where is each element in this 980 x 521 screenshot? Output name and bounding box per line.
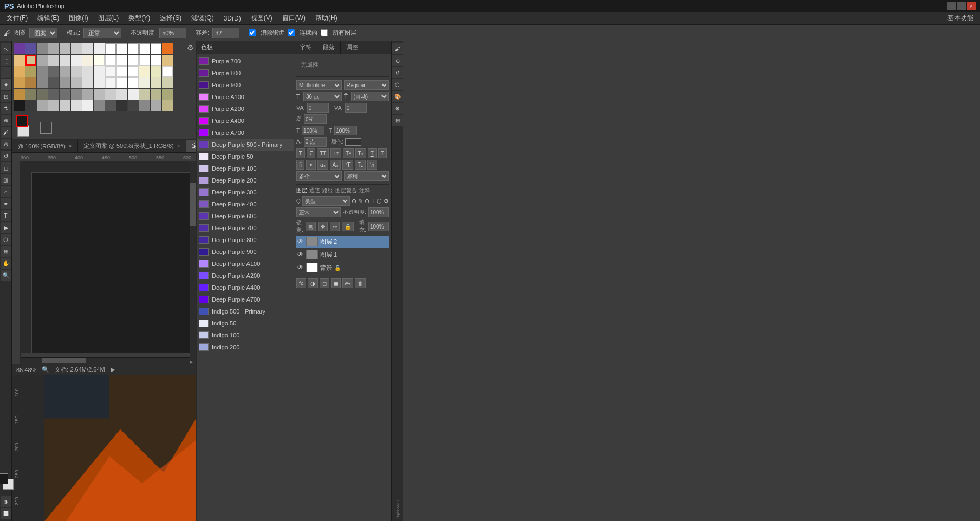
swatch-78[interactable]: [105, 100, 116, 111]
fi-btn-3[interactable]: aₐ: [317, 160, 328, 170]
lock-pixels-btn[interactable]: ▨: [306, 222, 316, 231]
swatch-58[interactable]: [37, 89, 48, 100]
filter-gear-icon[interactable]: ⚙: [384, 198, 389, 205]
filter-hex-icon[interactable]: ⬡: [377, 198, 382, 205]
swatch-70[interactable]: [14, 100, 25, 111]
tool-move[interactable]: ↖: [1, 43, 11, 54]
swatch-55[interactable]: [162, 77, 173, 88]
layer-vis-icon-2[interactable]: 👁: [297, 238, 304, 245]
swatch-65[interactable]: [116, 89, 127, 100]
canvas-hscrollbar[interactable]: [21, 357, 190, 364]
fi-btn-5[interactable]: ¹T: [342, 160, 353, 170]
fill-input[interactable]: [368, 222, 389, 231]
tool-shape[interactable]: ⬡: [1, 234, 11, 245]
color-entry-3[interactable]: Purple A100: [197, 91, 294, 103]
tool-3d[interactable]: ⊞: [1, 246, 11, 257]
menu-select[interactable]: 选择(S): [155, 12, 186, 24]
swatch-10[interactable]: [128, 43, 139, 54]
color-entry-18[interactable]: Deep Purple A200: [197, 270, 294, 282]
swatch-42[interactable]: [14, 77, 25, 88]
right-tool-7[interactable]: ⊞: [392, 115, 403, 126]
color-entry-19[interactable]: Deep Purple A400: [197, 282, 294, 294]
color-entry-7[interactable]: Deep Purple 500 - Primary: [197, 139, 294, 151]
lock-artboard-btn[interactable]: ⇔: [330, 222, 340, 231]
swatch-51[interactable]: [116, 77, 127, 88]
zoom-icon[interactable]: 🔍: [42, 366, 49, 373]
swatch-71[interactable]: [25, 100, 36, 111]
right-tool-4[interactable]: ⬡: [392, 79, 403, 90]
layer-group-btn[interactable]: ◼: [331, 278, 341, 288]
color-entry-23[interactable]: Indigo 100: [197, 329, 294, 341]
swatch-33[interactable]: [71, 66, 82, 77]
tool-dodge[interactable]: ○: [1, 186, 11, 197]
paths-tab-label[interactable]: 路径: [322, 187, 333, 194]
tracking-input[interactable]: [307, 103, 329, 113]
fi-btn-1[interactable]: fi: [296, 160, 304, 170]
font-style-select[interactable]: Regular: [344, 80, 390, 90]
fi-btn-6[interactable]: T₁: [355, 160, 366, 170]
swatch-72[interactable]: [37, 100, 48, 111]
swatch-73[interactable]: [48, 100, 59, 111]
swatch-27[interactable]: [162, 55, 173, 66]
swatch-1[interactable]: [25, 43, 36, 54]
swatch-68[interactable]: [151, 89, 161, 100]
notes-tab-label[interactable]: 注释: [359, 187, 370, 194]
swatch-12[interactable]: [151, 43, 161, 54]
swatch-44[interactable]: [37, 77, 48, 88]
font-family-select[interactable]: Multicolore: [296, 80, 342, 90]
swatch-75[interactable]: [71, 100, 82, 111]
tool-type[interactable]: T: [1, 210, 11, 221]
swatch-3[interactable]: [48, 43, 59, 54]
preset-label[interactable]: 基本功能: [943, 12, 978, 24]
color-entry-8[interactable]: Deep Purple 50: [197, 151, 294, 162]
swatch-34[interactable]: [82, 66, 93, 77]
swatch-16[interactable]: [37, 55, 48, 66]
menu-edit[interactable]: 编辑(E): [33, 12, 63, 24]
menu-layer[interactable]: 图层(L): [94, 12, 124, 24]
vscroll-thumb[interactable]: [190, 183, 196, 226]
fi-btn-4[interactable]: Aₐ: [330, 160, 341, 170]
style-btn-strike[interactable]: T: [378, 148, 387, 158]
swatch-80[interactable]: [128, 100, 139, 111]
layer-item-1[interactable]: 👁 图层 1: [296, 249, 389, 260]
menu-3d[interactable]: 3D(D): [219, 14, 245, 23]
all-layers-checkbox[interactable]: [321, 29, 328, 36]
filter-circle-icon[interactable]: ⊙: [365, 198, 369, 205]
canvas-content[interactable]: [21, 161, 196, 353]
swatch-19[interactable]: [71, 55, 82, 66]
swatch-60[interactable]: [60, 89, 70, 100]
swatch-48[interactable]: [82, 77, 93, 88]
swatch-81[interactable]: [139, 100, 150, 111]
swatch-30[interactable]: [37, 66, 48, 77]
swatch-63[interactable]: [94, 89, 105, 100]
color-entry-12[interactable]: Deep Purple 400: [197, 198, 294, 210]
layer-filter-select[interactable]: 类型: [302, 196, 350, 206]
maximize-button[interactable]: □: [957, 2, 966, 10]
layer-new-btn[interactable]: 🗁: [342, 278, 353, 288]
swatch-83[interactable]: [162, 100, 173, 111]
swatch-28[interactable]: [14, 66, 25, 77]
swatch-43[interactable]: [25, 77, 36, 88]
layer-blend-select[interactable]: 正常: [296, 207, 341, 217]
swatch-11[interactable]: [139, 43, 150, 54]
swatch-7[interactable]: [94, 43, 105, 54]
swatch-9[interactable]: [116, 43, 127, 54]
color-entry-5[interactable]: Purple A400: [197, 115, 294, 127]
layer-fx-btn[interactable]: fx: [296, 278, 306, 288]
filter-add-icon[interactable]: ⊕: [352, 198, 356, 205]
t-scale-input1[interactable]: [302, 126, 324, 135]
swatch-54[interactable]: [151, 77, 161, 88]
swatch-18[interactable]: [60, 55, 70, 66]
color-entry-6[interactable]: Purple A700: [197, 127, 294, 139]
swatch-79[interactable]: [116, 100, 127, 111]
tool-pen[interactable]: ✒: [1, 198, 11, 209]
style-btn-sub[interactable]: T₁: [355, 148, 366, 158]
layer-opacity-input[interactable]: [368, 207, 389, 217]
menu-help[interactable]: 帮助(H): [311, 12, 342, 24]
swatch-26[interactable]: [151, 55, 161, 66]
swatch-25[interactable]: [139, 55, 150, 66]
filter-edit-icon[interactable]: ✎: [358, 198, 363, 205]
fi-btn-2[interactable]: ✦: [306, 160, 316, 170]
hscroll-thumb[interactable]: [42, 358, 86, 363]
swatch-61[interactable]: [71, 89, 82, 100]
